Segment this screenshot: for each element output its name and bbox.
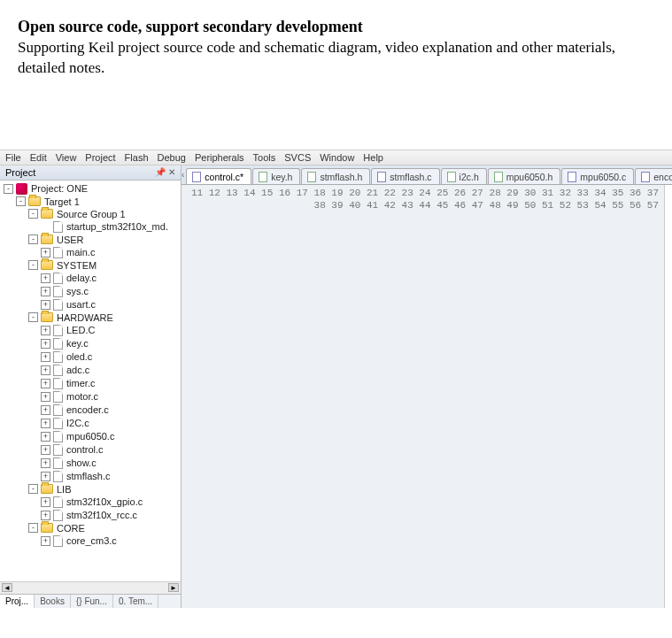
code-content[interactable]: int Encoder_x=0,Encoder_y=0; //两个电机编码器的值…: [665, 185, 672, 608]
panel-tab[interactable]: Books: [35, 595, 71, 608]
panel-tab[interactable]: {} Fun...: [71, 595, 113, 608]
file-icon: [53, 325, 63, 336]
tree-item[interactable]: +oled.c: [0, 350, 181, 364]
editor-tab[interactable]: stmflash.h: [301, 168, 370, 184]
tree-item[interactable]: +core_cm3.c: [0, 534, 181, 548]
tree-label: encoder.c: [66, 404, 109, 415]
tree-item[interactable]: +stm32f10x_rcc.c: [0, 509, 181, 522]
menu-file[interactable]: File: [5, 152, 21, 163]
tree-item[interactable]: -SYSTEM: [0, 259, 181, 272]
collapse-icon[interactable]: -: [4, 184, 13, 194]
expand-icon[interactable]: +: [41, 339, 50, 349]
tree-item[interactable]: +LED.C: [0, 324, 181, 337]
collapse-icon[interactable]: -: [28, 260, 38, 270]
tree-item[interactable]: +mpu6050.c: [0, 430, 181, 443]
collapse-icon[interactable]: -: [28, 484, 38, 494]
expand-icon[interactable]: +: [41, 352, 50, 362]
project-tree[interactable]: -Project: ONE-Target 1-Source Group 1sta…: [0, 181, 181, 581]
tree-item[interactable]: +control.c: [0, 443, 181, 457]
tree-item[interactable]: +stmflash.c: [0, 470, 181, 483]
tree-item[interactable]: +adc.c: [0, 364, 181, 377]
menu-edit[interactable]: Edit: [30, 152, 47, 163]
tree-item[interactable]: +usart.c: [0, 298, 181, 311]
collapse-icon[interactable]: -: [28, 523, 38, 533]
expand-icon[interactable]: +: [41, 472, 50, 481]
expand-icon[interactable]: +: [41, 419, 50, 428]
pin-icon[interactable]: 📌 ✕: [155, 167, 175, 177]
expand-icon[interactable]: +: [41, 497, 50, 507]
tree-item[interactable]: startup_stm32f10x_md.: [0, 220, 181, 234]
menu-window[interactable]: Window: [320, 152, 354, 163]
expand-icon[interactable]: +: [41, 273, 50, 283]
file-icon: [53, 404, 63, 416]
document-icon: [494, 172, 503, 182]
h-scrollbar[interactable]: ◄ ►: [0, 581, 181, 594]
expand-icon[interactable]: +: [41, 326, 50, 335]
tree-item[interactable]: +stm32f10x_gpio.c: [0, 496, 181, 509]
document-icon: [307, 172, 316, 182]
tree-item[interactable]: +key.c: [0, 337, 181, 350]
tree-item[interactable]: +I2C.c: [0, 417, 181, 430]
menu-tools[interactable]: Tools: [253, 152, 276, 163]
editor-tab[interactable]: stmflash.c: [371, 168, 439, 184]
tree-item[interactable]: -USER: [0, 234, 181, 246]
expand-icon[interactable]: +: [41, 248, 50, 258]
ide-window: FileEditViewProjectFlashDebugPeripherals…: [0, 150, 672, 608]
tree-item[interactable]: +sys.c: [0, 285, 181, 298]
tree-item[interactable]: +motor.c: [0, 390, 181, 404]
file-icon: [53, 286, 63, 297]
scroll-left-icon[interactable]: ◄: [2, 583, 12, 592]
editor-tab[interactable]: encoder.c: [635, 168, 672, 184]
expand-icon[interactable]: +: [41, 458, 50, 468]
tree-item[interactable]: +delay.c: [0, 272, 181, 285]
tree-item[interactable]: +timer.c: [0, 377, 181, 390]
menu-flash[interactable]: Flash: [125, 152, 149, 163]
expand-icon[interactable]: +: [41, 536, 50, 546]
tree-item[interactable]: -HARDWARE: [0, 311, 181, 324]
tree-item[interactable]: +main.c: [0, 246, 181, 259]
expand-icon[interactable]: +: [41, 287, 50, 296]
file-icon: [53, 457, 63, 469]
collapse-icon[interactable]: -: [28, 234, 38, 244]
tree-item[interactable]: -Source Group 1: [0, 208, 181, 220]
menu-debug[interactable]: Debug: [158, 152, 186, 163]
tree-item[interactable]: +show.c: [0, 457, 181, 470]
expand-icon[interactable]: +: [41, 405, 50, 415]
scroll-right-icon[interactable]: ►: [168, 583, 179, 592]
expand-icon[interactable]: +: [41, 379, 50, 388]
expand-icon[interactable]: +: [41, 365, 50, 375]
tree-label: stm32f10x_rcc.c: [66, 510, 137, 520]
menu-view[interactable]: View: [56, 152, 77, 163]
expand-icon[interactable]: +: [41, 300, 50, 310]
tree-item[interactable]: -LIB: [0, 483, 181, 496]
editor-tab[interactable]: mpu6050.c: [561, 168, 634, 184]
collapse-icon[interactable]: -: [16, 196, 26, 206]
code-editor[interactable]: 11 12 13 14 15 16 17 18 19 20 21 22 23 2…: [182, 185, 672, 608]
tree-label: sys.c: [66, 286, 89, 296]
collapse-icon[interactable]: -: [28, 312, 38, 322]
tree-item[interactable]: -Project: ONE: [0, 182, 181, 196]
menu-project[interactable]: Project: [85, 152, 115, 163]
menu-peripherals[interactable]: Peripherals: [195, 152, 244, 163]
panel-tab[interactable]: Proj...: [0, 595, 35, 608]
tree-item[interactable]: -CORE: [0, 522, 181, 534]
editor-tab[interactable]: i2c.h: [441, 168, 487, 184]
file-icon: [53, 535, 63, 547]
collapse-icon[interactable]: -: [28, 209, 38, 219]
tree-item[interactable]: -Target 1: [0, 196, 181, 208]
panel-tab[interactable]: 0. Tem...: [113, 595, 158, 608]
tree-label: oled.c: [66, 351, 92, 362]
expand-icon[interactable]: +: [41, 392, 50, 402]
file-icon: [53, 418, 63, 429]
editor-tab[interactable]: key.h: [252, 168, 300, 184]
expand-icon[interactable]: +: [41, 445, 50, 455]
tree-item[interactable]: +encoder.c: [0, 404, 181, 417]
expand-icon[interactable]: +: [41, 511, 50, 520]
menu-svcs[interactable]: SVCS: [284, 152, 311, 163]
expand-icon[interactable]: +: [41, 432, 50, 442]
menu-help[interactable]: Help: [363, 152, 383, 163]
editor-tab[interactable]: control.c*: [186, 168, 251, 184]
tab-label: mpu6050.h: [506, 172, 553, 182]
editor-tab[interactable]: mpu6050.h: [488, 168, 561, 184]
tab-nav-left-icon[interactable]: ‹: [182, 170, 184, 180]
